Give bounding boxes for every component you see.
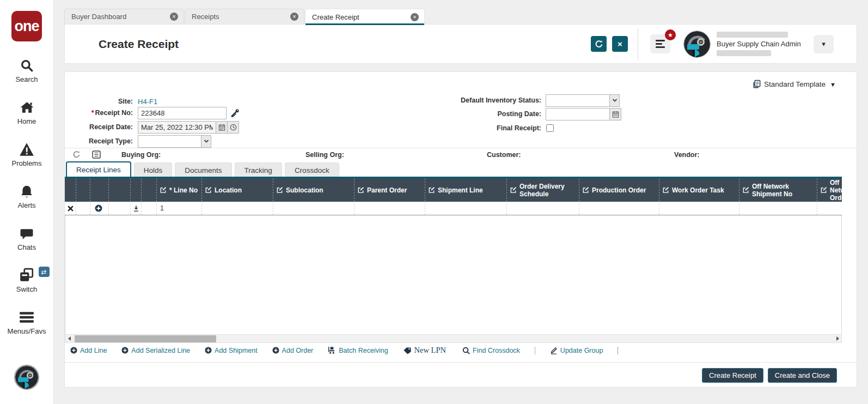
- receipt-date-input[interactable]: [138, 121, 216, 134]
- logo-text: one: [14, 18, 39, 35]
- sidebar-item-menus-favs[interactable]: Menus/Favs: [0, 310, 54, 335]
- key-icon[interactable]: [230, 108, 240, 118]
- sidebar-item-search[interactable]: Search: [0, 58, 54, 83]
- close-icon[interactable]: ×: [170, 13, 178, 21]
- create-and-close-button[interactable]: Create and Close: [768, 368, 837, 383]
- final-receipt-label: Final Receipt:: [392, 124, 544, 132]
- col-header-parent-order[interactable]: Parent Order: [354, 178, 425, 202]
- receipt-type-value: [138, 136, 201, 147]
- scroll-right-arrow-icon[interactable]: [834, 335, 841, 342]
- warning-icon: [19, 142, 34, 157]
- user-role: Buyer Supply Chain Admin: [717, 40, 807, 48]
- add-order-button[interactable]: Add Order: [272, 347, 314, 354]
- sidebar-avatar[interactable]: [14, 365, 39, 390]
- cell-sublocation[interactable]: [273, 202, 354, 215]
- delete-row-button[interactable]: [65, 202, 76, 215]
- column-label: Parent Order: [367, 186, 407, 194]
- scroll-left-arrow-icon[interactable]: [65, 335, 73, 342]
- download-row-button[interactable]: [131, 202, 142, 215]
- header-divider: [638, 28, 638, 60]
- chevron-down-icon: ▾: [822, 40, 826, 48]
- cell-location[interactable]: [202, 202, 273, 215]
- close-icon[interactable]: ×: [290, 13, 298, 21]
- sidebar-item-problems[interactable]: Problems: [0, 142, 54, 167]
- col-header-shipment-line[interactable]: Shipment Line: [425, 178, 507, 202]
- new-lpn-button[interactable]: New LPN: [403, 346, 446, 355]
- add-serialized-line-button[interactable]: Add Serialized Line: [121, 347, 190, 354]
- tag-icon: [403, 347, 412, 354]
- close-page-button[interactable]: ×: [612, 36, 628, 52]
- col-header-work-order-task[interactable]: Work Order Task: [659, 178, 739, 202]
- menu-bars-icon: [19, 310, 35, 325]
- calendar-icon[interactable]: [216, 121, 228, 134]
- site-value-link[interactable]: H4-F1: [138, 98, 157, 106]
- cell-work-order-task[interactable]: [659, 202, 739, 215]
- tab-create-receipt[interactable]: Create Receipt ×: [305, 9, 425, 25]
- plus-circle-icon: [95, 204, 102, 212]
- col-header-order-delivery-schedule[interactable]: Order Delivery Schedule: [507, 178, 579, 202]
- edit-icon: [357, 186, 364, 194]
- col-header-off-network-shipment-no[interactable]: Off Network Shipment No: [739, 178, 817, 202]
- col-header-off-network-order[interactable]: Off Network Order: [817, 178, 842, 202]
- update-group-button[interactable]: Update Group: [550, 347, 603, 354]
- receipt-type-select[interactable]: [138, 135, 211, 148]
- cell-parent-order[interactable]: [354, 202, 425, 215]
- calendar-icon[interactable]: [610, 108, 621, 120]
- user-menu-button[interactable]: ▾: [814, 35, 834, 53]
- col-header-location[interactable]: Location: [202, 178, 273, 202]
- tab-tracking[interactable]: Tracking: [235, 162, 282, 177]
- tab-receipt-lines[interactable]: Receipt Lines: [66, 161, 131, 177]
- plus-circle-icon: [272, 347, 279, 354]
- one-logo[interactable]: one: [11, 11, 42, 41]
- horizontal-scrollbar[interactable]: [65, 334, 842, 343]
- default-inventory-status-value: [546, 95, 609, 106]
- col-header-production-order[interactable]: Production Order: [579, 178, 659, 202]
- swap-arrows-icon: ⇄: [39, 267, 50, 277]
- add-shipment-button[interactable]: Add Shipment: [205, 347, 258, 354]
- add-row-button[interactable]: [90, 202, 109, 215]
- tab-crossdock[interactable]: Crossdock: [285, 162, 339, 177]
- list-view-icon[interactable]: [92, 150, 101, 161]
- sidebar-item-home[interactable]: Home: [0, 100, 54, 125]
- star-badge-icon: ★: [665, 29, 676, 40]
- batch-receiving-button[interactable]: Batch Receiving: [328, 346, 388, 354]
- receipt-date-label: Receipt Date:: [65, 123, 136, 131]
- default-inventory-status-select[interactable]: [546, 94, 620, 107]
- scrollbar-thumb[interactable]: [75, 335, 216, 342]
- window-tabstrip: Buyer Dashboard × Receipts × Create Rece…: [64, 9, 425, 25]
- tab-label: Tracking: [244, 166, 272, 174]
- user-avatar[interactable]: [683, 31, 711, 58]
- column-label: Off Network Order: [830, 179, 842, 202]
- sidebar-item-switch[interactable]: ⇄ Switch: [0, 268, 54, 293]
- final-receipt-checkbox[interactable]: [546, 124, 554, 132]
- edit-icon: [205, 186, 212, 194]
- sidebar-item-chats[interactable]: Chats: [0, 226, 54, 251]
- cell-order-delivery-schedule[interactable]: [507, 202, 579, 215]
- refresh-button[interactable]: [591, 36, 607, 52]
- tab-buyer-dashboard[interactable]: Buyer Dashboard ×: [64, 9, 184, 24]
- add-line-button[interactable]: Add Line: [70, 347, 107, 354]
- col-header-line-no[interactable]: * Line No: [157, 178, 202, 202]
- receipt-no-input[interactable]: [138, 107, 227, 119]
- close-icon[interactable]: ×: [411, 13, 419, 21]
- cell-production-order[interactable]: [579, 202, 659, 215]
- grid-refresh-icon[interactable]: [72, 150, 81, 161]
- cell-off-network-order[interactable]: [817, 202, 842, 215]
- cell-line-no[interactable]: 1: [157, 202, 202, 215]
- tab-holds[interactable]: Holds: [134, 162, 173, 177]
- column-label: Off Network Shipment No: [752, 183, 814, 198]
- cell-off-network-shipment-no[interactable]: [739, 202, 817, 215]
- col-header-sublocation[interactable]: Sublocation: [273, 178, 354, 202]
- find-crossdock-button[interactable]: Find Crossdock: [462, 347, 520, 354]
- create-receipt-button[interactable]: Create Receipt: [702, 368, 763, 383]
- col-delete: [65, 178, 76, 202]
- cell-shipment-line[interactable]: [425, 202, 507, 215]
- tab-documents[interactable]: Documents: [175, 162, 231, 177]
- receipt-no-row: *Receipt No:: [65, 106, 240, 119]
- notifications-menu-button[interactable]: ★: [650, 34, 670, 53]
- posting-date-input[interactable]: [546, 108, 610, 120]
- template-selector[interactable]: Standard Template ▼: [752, 80, 836, 89]
- clock-icon[interactable]: [228, 121, 239, 134]
- sidebar-item-alerts[interactable]: Alerts: [0, 184, 54, 209]
- tab-receipts[interactable]: Receipts ×: [185, 9, 304, 24]
